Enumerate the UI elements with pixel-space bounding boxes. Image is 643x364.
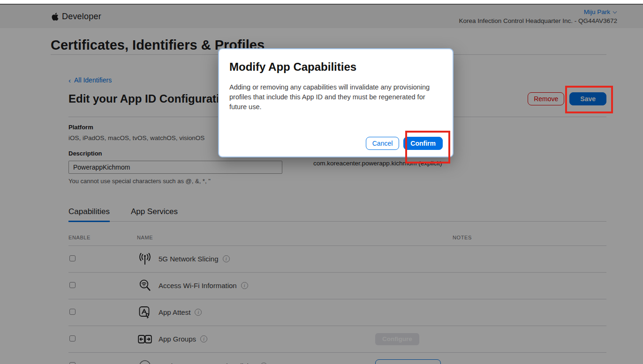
dialog-body-text: Adding or removing any capabilities will… [229, 82, 438, 112]
confirm-button[interactable]: Confirm [403, 137, 443, 150]
dialog-title: Modify App Capabilities [229, 60, 442, 74]
modify-app-capabilities-dialog: Modify App Capabilities Adding or removi… [218, 48, 454, 157]
cancel-button[interactable]: Cancel [366, 137, 400, 150]
top-strip [0, 0, 643, 4]
